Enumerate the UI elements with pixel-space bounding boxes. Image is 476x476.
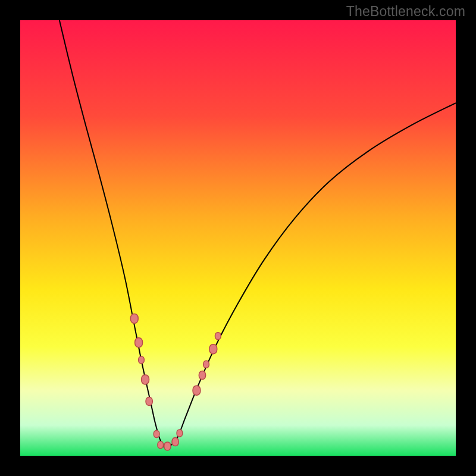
- data-marker: [177, 430, 183, 437]
- data-marker: [158, 441, 164, 449]
- markers: [130, 314, 221, 450]
- data-marker: [135, 338, 143, 347]
- data-marker: [130, 314, 138, 323]
- data-marker: [193, 386, 201, 395]
- data-marker: [164, 442, 171, 450]
- data-marker: [146, 397, 152, 406]
- data-marker: [203, 361, 209, 368]
- chart-frame: TheBottleneck.com: [0, 0, 476, 476]
- watermark-text: TheBottleneck.com: [346, 4, 465, 20]
- data-marker: [209, 345, 217, 354]
- data-marker: [139, 356, 145, 364]
- data-marker: [199, 371, 205, 380]
- data-marker: [172, 438, 178, 446]
- curve-layer: [20, 20, 456, 456]
- data-marker: [142, 375, 149, 384]
- data-marker: [154, 430, 159, 437]
- bottleneck-curve: [60, 20, 456, 448]
- data-marker: [215, 333, 221, 340]
- plot-area: [20, 20, 456, 456]
